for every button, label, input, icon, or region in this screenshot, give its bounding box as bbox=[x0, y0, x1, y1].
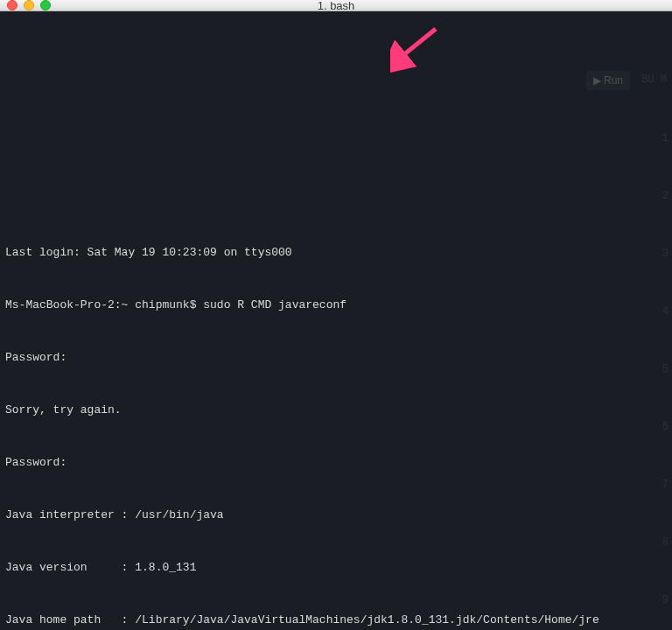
terminal-line: Password: bbox=[5, 454, 667, 472]
titlebar[interactable]: 1. bash bbox=[0, 0, 672, 11]
svg-line-0 bbox=[399, 29, 436, 59]
pointer-arrow-icon bbox=[390, 24, 443, 76]
maximize-icon[interactable] bbox=[40, 0, 51, 10]
minimize-icon[interactable] bbox=[24, 0, 34, 10]
terminal-viewport[interactable]: ▶ Run BU M 1 2 3 4 5 6 7 8 9 10 Line 10,… bbox=[0, 11, 672, 630]
terminal-line: Password: bbox=[5, 349, 667, 367]
terminal-line: Java home path : /Library/Java/JavaVirtu… bbox=[5, 612, 667, 629]
terminal-line: Java version : 1.8.0_131 bbox=[5, 559, 667, 577]
terminal-line: Last login: Sat May 19 10:23:09 on ttys0… bbox=[5, 244, 667, 262]
window-controls bbox=[7, 0, 51, 10]
terminal-line: Sorry, try again. bbox=[5, 402, 667, 419]
terminal-window: 1. bash ▶ Run BU M 1 2 3 4 5 6 7 8 9 10 … bbox=[0, 0, 672, 630]
ghost-run-button: ▶ Run bbox=[586, 71, 630, 90]
terminal-line: Ms-MacBook-Pro-2:~ chipmunk$ sudo R CMD … bbox=[5, 297, 667, 314]
ghost-tab: BU M bbox=[641, 71, 667, 88]
window-title: 1. bash bbox=[0, 0, 672, 12]
close-icon[interactable] bbox=[7, 0, 18, 10]
terminal-line: Java interpreter : /usr/bin/java bbox=[5, 507, 667, 524]
